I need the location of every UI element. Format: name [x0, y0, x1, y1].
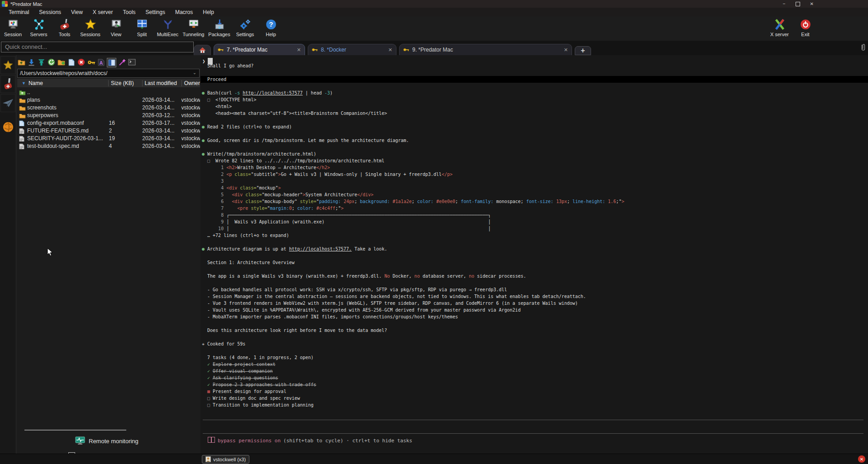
- path-input[interactable]: /Users/vstockwell/repos/wraith/docs/ ⌄: [17, 69, 200, 78]
- file-row-future-features-md[interactable]: FUTURE-FEATURES.md22026-03-14...vstockw: [17, 127, 200, 134]
- file-name: superpowers: [27, 112, 58, 118]
- column-header-owner[interactable]: Owner: [182, 80, 200, 86]
- terminal-line: 5 <div class="mockup-header">System Arch…: [200, 191, 868, 198]
- bottom-close-button[interactable]: ✕: [858, 455, 865, 463]
- file-row-test-buildout-spec-md[interactable]: test-buildout-spec.md42026-03-14...vstoc…: [17, 142, 200, 150]
- bottom-bar: vstockwell (x3) ✕: [0, 454, 868, 464]
- menu-item-macros[interactable]: Macros: [170, 8, 198, 16]
- toolbar-button-servers[interactable]: Servers: [26, 17, 52, 41]
- toolbar-button-help[interactable]: ?Help: [258, 17, 284, 41]
- menu-item-sessions[interactable]: Sessions: [34, 8, 66, 16]
- toolbar-label: Settings: [236, 32, 254, 37]
- toolbar-button-multiexec[interactable]: MultiExec: [155, 17, 181, 41]
- upload-icon[interactable]: [37, 58, 46, 66]
- toolbar-button-session[interactable]: Session: [0, 17, 26, 41]
- terminal-pane[interactable]: Shall I go ahead? Proceed● Bash(curl -s …: [200, 55, 868, 454]
- file-owner: vstockw: [181, 97, 200, 103]
- terminal-line: [200, 83, 868, 90]
- toolbar-button-view[interactable]: View: [103, 17, 129, 41]
- terminal-line: 7 tasks (4 done, 1 in progress, 2 open): [200, 354, 868, 361]
- toolbar-button-tunneling[interactable]: Tunneling: [181, 17, 206, 41]
- console-icon[interactable]: [128, 58, 136, 66]
- toolbar-label: Servers: [30, 32, 48, 37]
- toolbar-button-settings[interactable]: Settings: [232, 17, 258, 41]
- panel-toggle-icon[interactable]: [107, 58, 116, 67]
- close-button[interactable]: ✕: [810, 1, 814, 6]
- toolbar-button-x-server[interactable]: X server: [767, 17, 792, 37]
- path-dropdown-chevron-icon[interactable]: ⌄: [191, 70, 198, 76]
- key-icon[interactable]: [87, 58, 95, 66]
- session-tab-7-predator-mac[interactable]: 7. *Predator Mac✕: [214, 44, 305, 55]
- menu-item-x-server[interactable]: X server: [88, 8, 118, 16]
- menu-item-settings[interactable]: Settings: [141, 8, 170, 16]
- file-modified: 2026-03-14...: [142, 97, 181, 103]
- menu-item-help[interactable]: Help: [198, 8, 219, 16]
- toolbar-label: X server: [770, 32, 789, 37]
- session-tab-9-predator-mac[interactable]: 9. *Predator Mac✕: [399, 44, 572, 55]
- file-row-superpowers[interactable]: superpowers2026-03-12...vstockw: [17, 111, 200, 119]
- maximize-button[interactable]: [796, 2, 800, 6]
- column-header-size[interactable]: Size (KB): [109, 80, 143, 86]
- favorites-star-icon[interactable]: [0, 56, 15, 74]
- terminal-status-line: bypass permissions on (shift+tab to cycl…: [208, 437, 412, 444]
- quick-connect-input[interactable]: Quick connect...: [1, 42, 194, 52]
- shell-session-tab[interactable]: vstockwell (x3): [202, 455, 249, 464]
- font-icon[interactable]: A: [97, 58, 105, 66]
- file-row-security-audit-2026-03-1-[interactable]: SECURITY-AUDIT-2026-03-1...192026-03-14.…: [17, 134, 200, 142]
- toolbar-button-split[interactable]: Split: [129, 17, 155, 41]
- terminal-line: [200, 252, 868, 259]
- file-row-config-export-mobaconf[interactable]: config-export.mobaconf162026-03-17...vst…: [17, 119, 200, 127]
- sidebar-divider: [24, 430, 126, 431]
- new-folder-icon[interactable]: [57, 58, 66, 66]
- prompt-input[interactable]: ❯: [202, 58, 213, 65]
- text-cursor: [208, 58, 213, 65]
- mobaxterm-window: *Predator Mac − ✕ TerminalSessionsViewX …: [0, 0, 868, 464]
- remote-monitoring-button[interactable]: Remote monitoring: [75, 436, 138, 445]
- menu-item-terminal[interactable]: Terminal: [4, 8, 34, 16]
- file-row-screenshots[interactable]: screenshots2026-03-14...vstockw: [17, 104, 200, 111]
- file-owner: vstockw: [181, 143, 200, 149]
- toolbar-button-packages[interactable]: Packages: [206, 17, 232, 41]
- toolbar-button-sessions[interactable]: Sessions: [77, 17, 103, 41]
- terminal-line: Does this architecture look right before…: [200, 327, 868, 334]
- wand-icon[interactable]: [118, 58, 126, 66]
- file-modified: 2026-03-14...: [142, 128, 181, 134]
- file-owner: vstockw: [181, 120, 200, 126]
- terminal-line: ■ Present design for approval: [200, 388, 868, 395]
- new-file-icon[interactable]: [67, 58, 76, 66]
- session-key-icon: [403, 47, 410, 52]
- terminal-line: [200, 320, 868, 327]
- tab-home[interactable]: [194, 45, 211, 55]
- column-header-modified[interactable]: Last modified: [143, 80, 182, 86]
- paperclip-icon[interactable]: [860, 43, 866, 52]
- new-tab-button[interactable]: +: [575, 46, 591, 55]
- refresh-icon[interactable]: [47, 58, 56, 66]
- session-tab-8-docker[interactable]: 8. *Docker✕: [308, 44, 396, 55]
- macros-knife-icon[interactable]: [0, 75, 15, 93]
- file-row--[interactable]: ..: [17, 88, 200, 96]
- terminal-line: <html>: [200, 103, 868, 110]
- terminal-line: [200, 279, 868, 286]
- paper-plane-icon[interactable]: [0, 94, 15, 112]
- toolbar-button-tools[interactable]: Tools: [52, 17, 77, 41]
- folder-up-icon[interactable]: [17, 58, 26, 66]
- tab-close-icon[interactable]: ✕: [559, 47, 568, 53]
- tab-close-icon[interactable]: ✕: [292, 47, 301, 53]
- menu-item-tools[interactable]: Tools: [118, 8, 141, 16]
- menu-item-view[interactable]: View: [66, 8, 88, 16]
- toolbar-button-exit[interactable]: Exit: [792, 17, 818, 37]
- tab-close-icon[interactable]: ✕: [384, 47, 392, 53]
- session-key-icon: [218, 47, 224, 52]
- terminal-line: 9 │ Wails v3 Application (wraith.exe) │: [200, 218, 868, 225]
- download-icon[interactable]: [27, 58, 36, 66]
- terminal-line: - Vue 3 frontend renders in WebView2 wit…: [200, 300, 868, 307]
- file-modified: 2026-03-17...: [142, 120, 181, 126]
- toolbar-label: Split: [137, 32, 147, 37]
- globe-icon[interactable]: [1, 118, 15, 136]
- column-header-name[interactable]: ▼Name: [17, 80, 109, 86]
- minimize-button[interactable]: −: [783, 1, 786, 6]
- file-row-plans[interactable]: plans2026-03-14...vstockw: [17, 96, 200, 104]
- delete-icon[interactable]: [77, 58, 86, 66]
- main-toolbar-right: X serverExit: [767, 17, 818, 37]
- svg-text:?: ?: [269, 20, 273, 28]
